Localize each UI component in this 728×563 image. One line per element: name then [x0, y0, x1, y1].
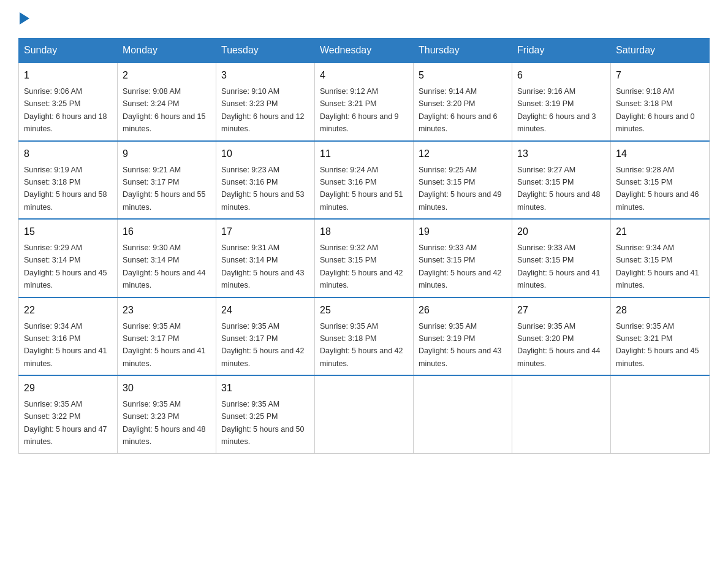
day-of-week-header: Monday [118, 39, 216, 63]
day-info: Sunrise: 9:35 AMSunset: 3:23 PMDaylight:… [123, 400, 206, 446]
day-of-week-header: Tuesday [216, 39, 315, 63]
day-number: 13 [517, 147, 605, 161]
day-number: 9 [123, 147, 211, 161]
calendar-day-cell: 29 Sunrise: 9:35 AMSunset: 3:22 PMDaylig… [19, 375, 118, 453]
calendar-day-cell [512, 375, 611, 453]
day-info: Sunrise: 9:35 AMSunset: 3:22 PMDaylight:… [24, 400, 107, 446]
day-number: 3 [221, 68, 309, 83]
day-info: Sunrise: 9:24 AMSunset: 3:16 PMDaylight:… [320, 166, 403, 212]
day-info: Sunrise: 9:33 AMSunset: 3:15 PMDaylight:… [517, 243, 601, 289]
day-of-week-header: Saturday [611, 39, 710, 63]
day-number: 30 [123, 381, 211, 396]
day-of-week-header: Sunday [19, 39, 118, 63]
day-info: Sunrise: 9:33 AMSunset: 3:15 PMDaylight:… [419, 243, 502, 289]
day-number: 12 [419, 147, 507, 161]
day-info: Sunrise: 9:35 AMSunset: 3:17 PMDaylight:… [221, 322, 305, 368]
day-info: Sunrise: 9:25 AMSunset: 3:15 PMDaylight:… [419, 166, 502, 212]
day-info: Sunrise: 9:32 AMSunset: 3:15 PMDaylight:… [320, 243, 403, 289]
calendar-week-row: 15 Sunrise: 9:29 AMSunset: 3:14 PMDaylig… [19, 219, 710, 297]
day-of-week-header: Thursday [414, 39, 512, 63]
day-number: 26 [419, 303, 507, 318]
calendar-day-cell: 26 Sunrise: 9:35 AMSunset: 3:19 PMDaylig… [414, 297, 512, 376]
calendar-week-row: 29 Sunrise: 9:35 AMSunset: 3:22 PMDaylig… [19, 375, 710, 453]
day-number: 25 [320, 303, 408, 318]
calendar-day-cell: 25 Sunrise: 9:35 AMSunset: 3:18 PMDaylig… [315, 297, 414, 376]
day-number: 8 [24, 147, 112, 161]
day-number: 19 [419, 224, 507, 239]
calendar-day-cell: 8 Sunrise: 9:19 AMSunset: 3:18 PMDayligh… [19, 141, 118, 220]
day-info: Sunrise: 9:31 AMSunset: 3:14 PMDaylight:… [221, 243, 305, 289]
day-number: 17 [221, 224, 309, 239]
day-number: 4 [320, 68, 408, 83]
day-number: 2 [123, 68, 211, 83]
calendar-day-cell: 30 Sunrise: 9:35 AMSunset: 3:23 PMDaylig… [118, 375, 216, 453]
calendar-table: SundayMondayTuesdayWednesdayThursdayFrid… [18, 38, 710, 454]
day-info: Sunrise: 9:18 AMSunset: 3:18 PMDaylight:… [616, 87, 695, 133]
day-info: Sunrise: 9:12 AMSunset: 3:21 PMDaylight:… [320, 87, 399, 133]
day-info: Sunrise: 9:35 AMSunset: 3:18 PMDaylight:… [320, 322, 403, 368]
logo [18, 12, 29, 26]
calendar-day-cell: 18 Sunrise: 9:32 AMSunset: 3:15 PMDaylig… [315, 219, 414, 297]
day-number: 10 [221, 147, 309, 161]
calendar-header-row: SundayMondayTuesdayWednesdayThursdayFrid… [19, 39, 710, 63]
day-info: Sunrise: 9:23 AMSunset: 3:16 PMDaylight:… [221, 166, 305, 212]
calendar-day-cell: 23 Sunrise: 9:35 AMSunset: 3:17 PMDaylig… [118, 297, 216, 376]
day-number: 16 [123, 224, 211, 239]
day-info: Sunrise: 9:28 AMSunset: 3:15 PMDaylight:… [616, 166, 699, 212]
day-number: 27 [517, 303, 605, 318]
calendar-day-cell: 13 Sunrise: 9:27 AMSunset: 3:15 PMDaylig… [512, 141, 611, 220]
calendar-day-cell: 21 Sunrise: 9:34 AMSunset: 3:15 PMDaylig… [611, 219, 710, 297]
day-info: Sunrise: 9:06 AMSunset: 3:25 PMDaylight:… [24, 87, 107, 133]
day-info: Sunrise: 9:29 AMSunset: 3:14 PMDaylight:… [24, 243, 107, 289]
calendar-week-row: 22 Sunrise: 9:34 AMSunset: 3:16 PMDaylig… [19, 297, 710, 376]
day-number: 11 [320, 147, 408, 161]
day-number: 20 [517, 224, 605, 239]
day-info: Sunrise: 9:35 AMSunset: 3:20 PMDaylight:… [517, 322, 601, 368]
calendar-day-cell: 19 Sunrise: 9:33 AMSunset: 3:15 PMDaylig… [414, 219, 512, 297]
calendar-day-cell: 15 Sunrise: 9:29 AMSunset: 3:14 PMDaylig… [19, 219, 118, 297]
day-info: Sunrise: 9:30 AMSunset: 3:14 PMDaylight:… [123, 243, 206, 289]
day-number: 6 [517, 68, 605, 83]
calendar-day-cell: 28 Sunrise: 9:35 AMSunset: 3:21 PMDaylig… [611, 297, 710, 376]
day-number: 1 [24, 68, 112, 83]
calendar-day-cell: 11 Sunrise: 9:24 AMSunset: 3:16 PMDaylig… [315, 141, 414, 220]
calendar-day-cell: 16 Sunrise: 9:30 AMSunset: 3:14 PMDaylig… [118, 219, 216, 297]
day-info: Sunrise: 9:34 AMSunset: 3:15 PMDaylight:… [616, 243, 699, 289]
calendar-day-cell: 10 Sunrise: 9:23 AMSunset: 3:16 PMDaylig… [216, 141, 315, 220]
day-info: Sunrise: 9:35 AMSunset: 3:19 PMDaylight:… [419, 322, 502, 368]
day-number: 24 [221, 303, 309, 318]
day-of-week-header: Wednesday [315, 39, 414, 63]
day-info: Sunrise: 9:34 AMSunset: 3:16 PMDaylight:… [24, 322, 107, 368]
day-number: 7 [616, 68, 704, 83]
day-info: Sunrise: 9:27 AMSunset: 3:15 PMDaylight:… [517, 166, 601, 212]
day-number: 5 [419, 68, 507, 83]
calendar-day-cell: 22 Sunrise: 9:34 AMSunset: 3:16 PMDaylig… [19, 297, 118, 376]
day-info: Sunrise: 9:10 AMSunset: 3:23 PMDaylight:… [221, 87, 305, 133]
calendar-week-row: 1 Sunrise: 9:06 AMSunset: 3:25 PMDayligh… [19, 63, 710, 141]
calendar-day-cell: 6 Sunrise: 9:16 AMSunset: 3:19 PMDayligh… [512, 63, 611, 141]
day-number: 23 [123, 303, 211, 318]
calendar-day-cell: 5 Sunrise: 9:14 AMSunset: 3:20 PMDayligh… [414, 63, 512, 141]
calendar-day-cell: 7 Sunrise: 9:18 AMSunset: 3:18 PMDayligh… [611, 63, 710, 141]
calendar-day-cell: 14 Sunrise: 9:28 AMSunset: 3:15 PMDaylig… [611, 141, 710, 220]
day-number: 29 [24, 381, 112, 396]
day-number: 31 [221, 381, 309, 396]
calendar-day-cell: 12 Sunrise: 9:25 AMSunset: 3:15 PMDaylig… [414, 141, 512, 220]
logo-triangle-icon [20, 12, 29, 25]
day-number: 18 [320, 224, 408, 239]
day-info: Sunrise: 9:35 AMSunset: 3:21 PMDaylight:… [616, 322, 699, 368]
day-info: Sunrise: 9:08 AMSunset: 3:24 PMDaylight:… [123, 87, 206, 133]
calendar-day-cell: 24 Sunrise: 9:35 AMSunset: 3:17 PMDaylig… [216, 297, 315, 376]
calendar-day-cell: 3 Sunrise: 9:10 AMSunset: 3:23 PMDayligh… [216, 63, 315, 141]
calendar-day-cell: 31 Sunrise: 9:35 AMSunset: 3:25 PMDaylig… [216, 375, 315, 453]
day-info: Sunrise: 9:16 AMSunset: 3:19 PMDaylight:… [517, 87, 596, 133]
day-info: Sunrise: 9:35 AMSunset: 3:17 PMDaylight:… [123, 322, 206, 368]
calendar-day-cell [315, 375, 414, 453]
calendar-week-row: 8 Sunrise: 9:19 AMSunset: 3:18 PMDayligh… [19, 141, 710, 220]
day-info: Sunrise: 9:14 AMSunset: 3:20 PMDaylight:… [419, 87, 498, 133]
calendar-day-cell: 1 Sunrise: 9:06 AMSunset: 3:25 PMDayligh… [19, 63, 118, 141]
calendar-day-cell: 17 Sunrise: 9:31 AMSunset: 3:14 PMDaylig… [216, 219, 315, 297]
day-number: 22 [24, 303, 112, 318]
day-number: 14 [616, 147, 704, 161]
calendar-day-cell: 9 Sunrise: 9:21 AMSunset: 3:17 PMDayligh… [118, 141, 216, 220]
